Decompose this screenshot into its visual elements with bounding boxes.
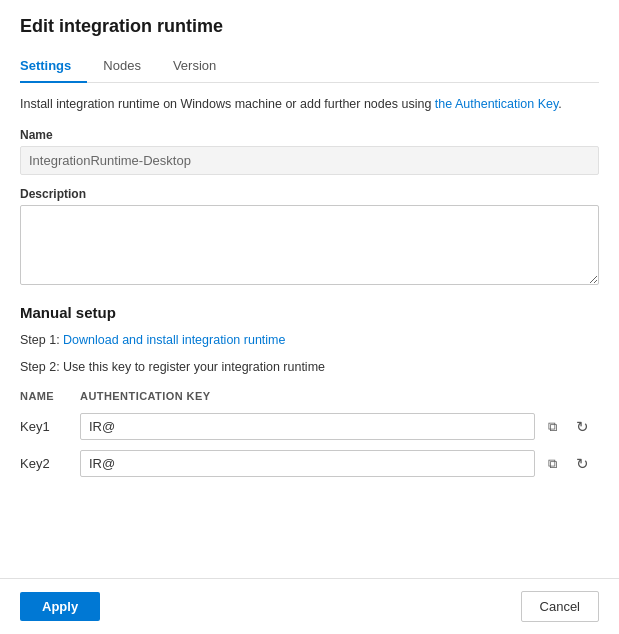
auth-key-link[interactable]: the Authentication Key — [435, 97, 558, 111]
refresh-button-1[interactable] — [569, 451, 595, 477]
name-label: Name — [20, 128, 599, 142]
refresh-icon-1 — [576, 455, 589, 473]
table-row: Key2 — [20, 445, 599, 482]
cancel-button[interactable]: Cancel — [521, 591, 599, 622]
apply-button[interactable]: Apply — [20, 592, 100, 621]
copy-button-0[interactable] — [539, 414, 565, 440]
tab-bar: Settings Nodes Version — [20, 49, 599, 83]
key-name-1: Key2 — [20, 445, 80, 482]
step2-prefix: Step 2: — [20, 360, 63, 374]
tab-nodes[interactable]: Nodes — [103, 50, 157, 83]
manual-setup-title: Manual setup — [20, 304, 599, 321]
info-text-before: Install integration runtime on Windows m… — [20, 97, 435, 111]
key-input-0[interactable] — [80, 413, 535, 440]
page-title: Edit integration runtime — [20, 16, 599, 37]
description-textarea[interactable] — [20, 205, 599, 285]
refresh-icon-0 — [576, 418, 589, 436]
key-cell-1 — [80, 445, 599, 482]
key-input-1[interactable] — [80, 450, 535, 477]
description-label: Description — [20, 187, 599, 201]
copy-icon-1 — [548, 455, 557, 472]
copy-button-1[interactable] — [539, 451, 565, 477]
name-input — [20, 146, 599, 175]
refresh-button-0[interactable] — [569, 414, 595, 440]
footer: Apply Cancel — [0, 578, 619, 634]
info-text-after: . — [558, 97, 561, 111]
col-auth-header: AUTHENTICATION KEY — [80, 384, 599, 408]
info-text: Install integration runtime on Windows m… — [20, 95, 599, 114]
step2-description: Use this key to register your integratio… — [63, 360, 325, 374]
step1-prefix: Step 1: — [20, 333, 63, 347]
key-cell-0 — [80, 408, 599, 445]
step1-text: Step 1: Download and install integration… — [20, 331, 599, 350]
tab-settings[interactable]: Settings — [20, 50, 87, 83]
step2-text: Step 2: Use this key to register your in… — [20, 358, 599, 377]
download-link[interactable]: Download and install integration runtime — [63, 333, 285, 347]
col-name-header: NAME — [20, 384, 80, 408]
keys-table: NAME AUTHENTICATION KEY Key1 Key2 — [20, 384, 599, 482]
tab-version[interactable]: Version — [173, 50, 232, 83]
copy-icon-0 — [548, 418, 557, 435]
key-name-0: Key1 — [20, 408, 80, 445]
table-row: Key1 — [20, 408, 599, 445]
